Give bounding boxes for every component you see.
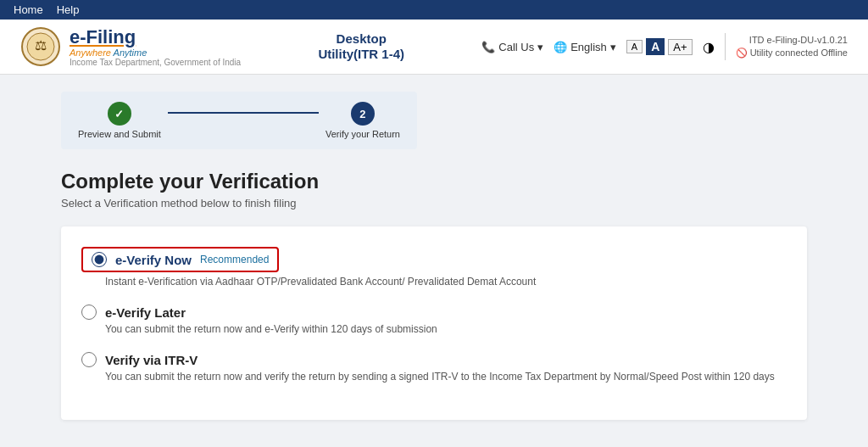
desktop-title-line2: Utility(ITR 1-4) (318, 47, 404, 62)
font-controls: A A A+ (626, 38, 693, 55)
radio-verify-itrv[interactable] (81, 352, 97, 367)
logo-sub: Income Tax Department, Government of Ind… (70, 58, 241, 67)
recommended-badge: Recommended (200, 254, 269, 265)
page-subtitle: Select a Verification method below to fi… (61, 197, 807, 210)
footer-actions: Continue › (0, 437, 868, 447)
checkmark-icon: ✓ (114, 108, 124, 120)
option-everify-now-label: e-Verify Now Recommended (81, 247, 787, 272)
option-everify-later: e-Verify Later You can submit the return… (81, 305, 787, 335)
page-title: Complete your Verification (61, 170, 807, 193)
version-area: ITD e-Filing-DU-v1.0.21 🚫 Utility connec… (736, 34, 848, 60)
option-verify-itrv-desc: You can submit the return now and verify… (105, 371, 787, 383)
option-verify-itrv-title: Verify via ITR-V (105, 353, 198, 367)
phone-icon: 📞 (481, 41, 495, 53)
font-large-btn[interactable]: A+ (668, 39, 692, 55)
call-us[interactable]: 📞 Call Us ▾ (481, 41, 543, 53)
header-right: 📞 Call Us ▾ 🌐 English ▾ A A A+ ◑ ITD e-F… (481, 33, 848, 60)
version-number: ITD e-Filing-DU-v1.0.21 (736, 34, 848, 47)
logo-area: ⚖ e-Filing Anywhere Anytime Income Tax D… (20, 26, 241, 67)
logo-brand: e-Filing Anywhere Anytime (70, 26, 241, 58)
step2-label: Verify your Return (326, 129, 400, 139)
step-1: ✓ Preview and Submit (78, 102, 161, 139)
main-content: ✓ Preview and Submit 2 Verify your Retur… (27, 75, 841, 437)
option-everify-later-desc: You can submit the return now and e-Veri… (105, 323, 787, 335)
font-medium-btn[interactable]: A (646, 38, 665, 55)
selected-option-border: e-Verify Now Recommended (81, 247, 279, 272)
step1-circle: ✓ (108, 102, 131, 126)
option-everify-now: e-Verify Now Recommended Instant e-Verif… (81, 247, 787, 288)
logo-text: e-Filing Anywhere Anytime Income Tax Dep… (70, 26, 241, 67)
contrast-btn[interactable]: ◑ (703, 39, 715, 55)
nav-help[interactable]: Help (57, 3, 80, 16)
radio-everify-now[interactable] (92, 252, 107, 267)
header: ⚖ e-Filing Anywhere Anytime Income Tax D… (0, 20, 868, 75)
lang-dropdown-icon: ▾ (610, 41, 616, 53)
language-selector[interactable]: 🌐 English ▾ (554, 41, 616, 53)
top-nav: Home Help (0, 0, 868, 20)
call-dropdown-icon: ▾ (537, 41, 543, 53)
step2-circle: 2 (351, 102, 375, 126)
svg-text:⚖: ⚖ (35, 38, 47, 53)
desktop-utility: Desktop Utility(ITR 1-4) (318, 31, 404, 62)
connection-status: 🚫 Utility connected Offline (736, 47, 848, 59)
option-verify-itrv: Verify via ITR-V You can submit the retu… (81, 352, 787, 383)
options-card: e-Verify Now Recommended Instant e-Verif… (61, 226, 807, 420)
option-everify-now-desc: Instant e-Verification via Aadhaar OTP/P… (105, 276, 787, 288)
option-everify-later-label: e-Verify Later (81, 305, 787, 320)
offline-icon: 🚫 (736, 47, 748, 58)
desktop-title-line1: Desktop (318, 31, 404, 47)
font-small-btn[interactable]: A (626, 40, 643, 53)
stepper: ✓ Preview and Submit 2 Verify your Retur… (61, 92, 417, 149)
emblem-icon: ⚖ (20, 26, 61, 67)
nav-home[interactable]: Home (14, 3, 43, 16)
option-verify-itrv-label: Verify via ITR-V (81, 352, 787, 367)
step1-label: Preview and Submit (78, 129, 161, 139)
step-connector (168, 112, 319, 114)
radio-everify-later[interactable] (81, 305, 97, 320)
option-everify-now-title: e-Verify Now (115, 253, 192, 267)
globe-icon: 🌐 (554, 41, 567, 53)
step-2: 2 Verify your Return (326, 102, 400, 139)
divider (725, 33, 726, 60)
option-everify-later-title: e-Verify Later (105, 305, 186, 320)
